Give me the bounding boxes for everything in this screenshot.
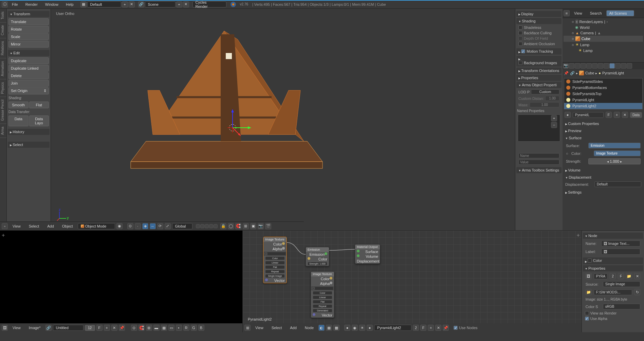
join-button[interactable]: Join — [8, 80, 49, 87]
mat-name-field[interactable]: PyramidL — [573, 112, 604, 118]
mat-fake-user-button[interactable]: F — [606, 112, 612, 118]
lamp-shader-icon[interactable]: ☀ — [359, 325, 365, 331]
compositor-type-icon[interactable]: ▦ — [326, 325, 332, 331]
opengl-anim-icon[interactable]: 🎬 — [265, 223, 271, 229]
snap-icon[interactable]: 🧲 — [235, 223, 241, 229]
menu-render[interactable]: Render — [22, 1, 41, 8]
modifiers-tab-icon[interactable] — [598, 63, 603, 69]
node-label-field[interactable]: 🖼 — [601, 249, 640, 255]
layer-5-icon[interactable] — [214, 224, 218, 228]
translate-manip-icon[interactable]: ↔ — [150, 223, 156, 229]
img-users-count[interactable]: 2 — [610, 273, 616, 279]
node-header[interactable]: Emission — [306, 247, 329, 252]
outliner-mode-dropdown[interactable]: All Scenes — [606, 10, 634, 16]
mat-slot-0[interactable]: SidePyramidSides — [564, 78, 642, 85]
layer-1-icon[interactable] — [196, 224, 200, 228]
object-tab-icon[interactable] — [586, 63, 592, 69]
custom-props-header[interactable]: Custom Properties — [563, 121, 643, 127]
transform-orient-header[interactable]: Transform Orientations — [516, 68, 562, 74]
mat-slot-2[interactable]: SidePyramidsTop — [564, 91, 642, 97]
node-header[interactable]: Image Texture — [263, 237, 287, 242]
world-tab-icon[interactable] — [581, 63, 586, 69]
layer-2-icon[interactable] — [200, 224, 204, 228]
snap-2d-type-icon[interactable]: ⊞ — [146, 325, 152, 331]
delete-button[interactable]: Delete — [8, 72, 49, 79]
disp-dropdown[interactable]: Default — [594, 181, 641, 187]
node-color-header[interactable]: Color — [583, 257, 643, 264]
tab-grease-pencil[interactable]: Grease Pencil — [0, 97, 6, 124]
filepath-browse-icon[interactable]: 📁 — [586, 289, 592, 295]
transform-panel-header[interactable]: Transform — [8, 11, 50, 17]
opengl-render-icon[interactable]: 📷 — [258, 223, 264, 229]
flat-button[interactable]: Flat — [29, 102, 49, 108]
named-prop-remove-icon[interactable]: − — [551, 122, 557, 128]
channels-z-icon[interactable]: ▪ — [176, 325, 182, 331]
data-tab-icon[interactable] — [604, 63, 609, 69]
img-unlink-icon[interactable]: ✕ — [111, 325, 117, 331]
channels-r-icon[interactable]: R — [183, 325, 189, 331]
viewport-editor-icon[interactable]: ▫ — [2, 223, 8, 229]
tree-world[interactable]: ◉ World — [564, 24, 643, 30]
img-browse-icon[interactable]: 🔗 — [45, 325, 52, 331]
image-editor-icon[interactable]: 🖼 — [2, 325, 8, 331]
pivot-icon[interactable]: ⊙ — [127, 223, 133, 229]
filepath-reload-icon[interactable]: ↻ — [634, 289, 640, 295]
data-layout-button[interactable]: Data Layo — [29, 115, 49, 126]
texture-tab-icon[interactable] — [615, 63, 621, 69]
scene-remove-icon[interactable]: ✕ — [183, 1, 189, 7]
snap-2d-icon[interactable]: 🧲 — [139, 325, 145, 331]
select-panel-header[interactable]: Select — [8, 142, 50, 148]
name-field[interactable]: Name — [518, 153, 559, 158]
tab-relations[interactable]: Relations — [0, 38, 6, 58]
shader-type-icon[interactable]: ◐ — [318, 325, 325, 331]
outliner-editor-icon[interactable]: ≡ — [564, 10, 570, 16]
tab-animation[interactable]: Animation — [0, 58, 6, 79]
strength-field[interactable]: ◂ 1.000 ▸ — [588, 158, 641, 164]
renderlayers-tab-icon[interactable] — [569, 63, 574, 69]
world-shader-icon[interactable]: ◉ — [352, 325, 358, 331]
backface-checkbox[interactable] — [518, 31, 522, 35]
tab-physics[interactable]: Physics — [0, 79, 6, 97]
proportional-icon[interactable]: ◯ — [228, 223, 234, 229]
set-origin-dropdown[interactable]: Set Origin⇕ — [8, 87, 49, 94]
node-select-menu[interactable]: Select — [268, 324, 286, 331]
colorspace-dropdown[interactable]: sRGB — [603, 304, 640, 309]
info-editor-icon[interactable]: ⓘ — [2, 1, 8, 7]
channels-rgba-icon[interactable]: ▦ — [161, 325, 167, 331]
img-view-menu[interactable]: View — [9, 324, 24, 331]
node-props-header[interactable]: Properties — [583, 265, 643, 271]
scene-browse-icon[interactable]: 🔗 — [138, 1, 144, 7]
outliner-tree[interactable]: ○ ▫ RenderLayers | ▫ ◉ World ○ ▲ Camera … — [563, 18, 644, 62]
scene-add-icon[interactable]: + — [176, 1, 182, 7]
node-panel-header[interactable]: Node — [583, 233, 643, 239]
image-name-field[interactable]: Untitled — [53, 325, 84, 331]
img-add-icon[interactable]: + — [104, 325, 110, 331]
rotate-manip-icon[interactable]: ⟳ — [157, 223, 163, 229]
3d-viewport[interactable]: User Ortho — [51, 9, 515, 230]
mirror-button[interactable]: Mirror — [8, 41, 49, 48]
orientation-dropdown[interactable]: Global — [172, 223, 192, 229]
color-input-dropdown[interactable]: Image Texture — [594, 150, 641, 156]
texture-type-icon[interactable]: ▩ — [333, 325, 339, 331]
render-border-icon[interactable]: ▣ — [250, 223, 256, 229]
tree-renderlayers[interactable]: ○ ▫ RenderLayers | ▫ — [564, 19, 643, 24]
object-menu[interactable]: Object — [59, 223, 76, 230]
scene-tab-icon[interactable] — [575, 63, 580, 69]
add-menu[interactable]: Add — [44, 223, 57, 230]
uv-image-editor[interactable]: + 🖼 View Image* 🔗 Untitled 12 F + ✕ 📌 ⊙ … — [0, 231, 243, 332]
img-unlink-icon[interactable]: ✕ — [634, 273, 640, 279]
preview-header[interactable]: Preview — [563, 128, 643, 134]
img-datablock-browse-icon[interactable]: 🖼 — [586, 273, 592, 279]
node-material-output[interactable]: Material Output Surface Volume Displacem… — [355, 244, 380, 264]
named-prop-add-icon[interactable]: + — [551, 115, 557, 121]
outliner-view-menu[interactable]: View — [571, 10, 586, 17]
pin-icon[interactable]: 📌 — [564, 71, 569, 75]
material-tab-icon[interactable] — [609, 63, 615, 69]
layer-3-icon[interactable] — [205, 224, 209, 228]
motion-tracking-header[interactable]: ✓Motion Tracking — [516, 48, 562, 55]
pivot-median-icon[interactable]: · — [135, 223, 141, 229]
layout-remove-icon[interactable]: ✕ — [129, 1, 135, 7]
mat-slot-3[interactable]: PyramidLight — [564, 97, 642, 103]
tab-tools[interactable]: Tools — [0, 9, 6, 22]
mode-dropdown[interactable]: Object Mode — [78, 223, 115, 229]
